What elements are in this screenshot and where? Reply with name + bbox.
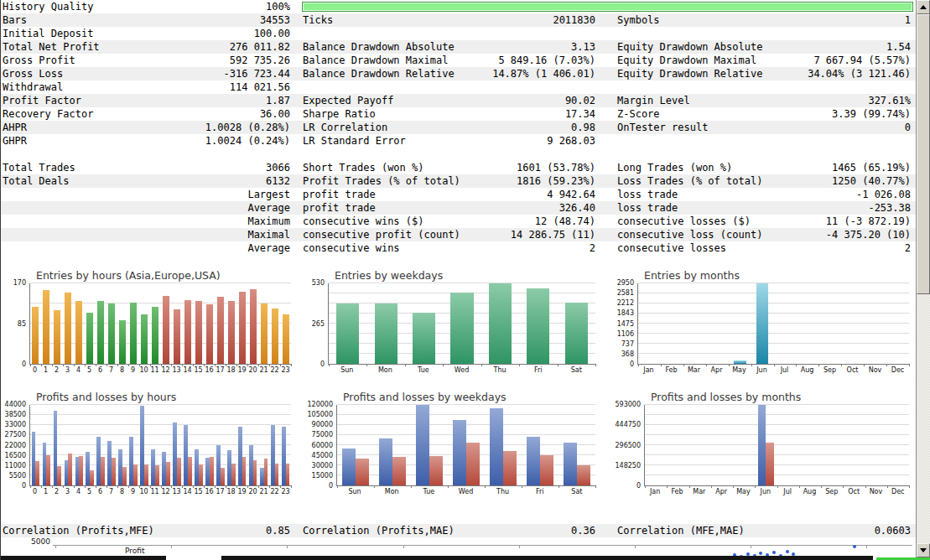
clipped-profit-chart: 5000 Profit xyxy=(1,537,916,560)
stats-row xyxy=(1,148,916,161)
gridline xyxy=(638,343,909,344)
stat-label: Equity Drawdown Relative xyxy=(617,68,762,80)
x-axis-labels: SunMonTueWedThuFriSat xyxy=(336,486,595,495)
loss-bar xyxy=(166,462,170,485)
x-tick xyxy=(559,485,559,488)
chart-pl-by-hours: Profits and losses by hours0550011000165… xyxy=(1,388,296,506)
stat-value: 0.98 xyxy=(571,122,595,133)
x-tick xyxy=(171,364,172,366)
x-tick xyxy=(215,364,216,366)
x-tick xyxy=(729,364,730,366)
x-tick-label: 23 xyxy=(280,366,291,374)
scroll-up-button[interactable] xyxy=(917,0,930,14)
x-tick-label: Mar xyxy=(688,488,710,495)
y-tick-label: 0 xyxy=(329,483,333,490)
stat-value: 7 667.94 (5.57%) xyxy=(813,54,911,66)
x-tick-label: 2 xyxy=(51,488,62,495)
stat-label: Withdrawal xyxy=(3,81,63,93)
stat-cell: Recovery Factor36.00 xyxy=(1,108,296,120)
x-tick-label: 5 xyxy=(84,488,95,495)
stats-row: Correlation (Profits,MFE)0.85Correlation… xyxy=(1,524,916,537)
chart-body: 0550011000165002200027500330003850044000 xyxy=(4,405,296,486)
x-tick-label: 19 xyxy=(236,366,247,374)
stat-label: consecutive wins xyxy=(303,242,400,254)
x-tick xyxy=(886,364,887,366)
stat-cell: Bars34553 xyxy=(1,14,296,26)
stat-cell: Largest xyxy=(1,189,296,200)
stat-label: Balance Drawdown Absolute xyxy=(303,41,455,53)
stat-value: Maximal xyxy=(247,229,290,241)
x-tick xyxy=(63,364,64,366)
scroll-down-button[interactable] xyxy=(917,543,930,557)
x-tick-label: 20 xyxy=(247,488,258,495)
x-tick-label: Sat xyxy=(557,366,595,374)
x-axis-labels: SunMonTueWedThuFriSat xyxy=(328,365,595,374)
bar xyxy=(97,301,104,364)
x-tick xyxy=(128,485,129,488)
vertical-scrollbar[interactable] xyxy=(916,0,930,560)
bar xyxy=(32,307,39,364)
stat-cell: Balance Drawdown Absolute3.13 xyxy=(296,41,600,53)
x-tick-label: Dec xyxy=(887,488,909,495)
x-tick xyxy=(751,545,751,548)
y-tick-label: 75000 xyxy=(312,432,333,438)
stat-cell: Expected Payoff90.02 xyxy=(296,95,600,106)
gridline xyxy=(30,404,291,405)
bar xyxy=(239,292,246,364)
y-tick-label: 5500 xyxy=(9,473,26,480)
stat-cell: consecutive wins ($)12 (48.74) xyxy=(296,215,600,227)
stat-label: profit trade xyxy=(303,189,376,200)
chart-entries-by-months: Entries by months03687371106147518432212… xyxy=(600,267,914,384)
x-tick-label: 7 xyxy=(106,488,117,495)
y-axis-labels: 0148250296500444750593000 xyxy=(604,405,644,486)
y-tick-label: 22000 xyxy=(5,443,26,449)
profit-bar xyxy=(342,449,356,485)
stat-value: 34553 xyxy=(260,14,290,26)
y-tick-label: 16500 xyxy=(5,453,26,459)
stat-cell: Total Deals6132 xyxy=(1,175,296,187)
x-tick-label: Fri xyxy=(519,366,558,374)
bar xyxy=(217,297,224,364)
stats-row: Gross Profit592 735.26Balance Drawdown M… xyxy=(1,54,916,67)
x-tick-label: 15 xyxy=(193,488,204,495)
loss-bar xyxy=(392,457,406,485)
y-tick-label: 0 xyxy=(630,361,634,368)
x-tick-label: Jul xyxy=(777,488,798,495)
stat-value: 2 xyxy=(905,242,911,254)
x-tick xyxy=(247,364,248,366)
x-tick xyxy=(287,545,288,548)
x-tick-label: 14 xyxy=(182,488,193,495)
stat-label: OnTester result xyxy=(617,122,708,133)
stat-label: Symbols xyxy=(617,14,660,26)
bar xyxy=(527,288,549,364)
stat-cell: Maximal xyxy=(1,229,296,241)
y-tick-label: 2212 xyxy=(617,300,634,307)
scrollbar-thumb[interactable] xyxy=(917,14,930,294)
stat-cell: OnTester result0 xyxy=(600,122,916,133)
y-tick-label: 120000 xyxy=(307,402,333,408)
stat-cell: consecutive wins2 xyxy=(296,242,600,254)
stat-cell: loss trade-253.38 xyxy=(600,202,916,214)
chart-title: Entries by hours (Asia,Europe,USA) xyxy=(36,269,296,283)
y-tick-label: 90000 xyxy=(312,422,333,428)
stat-label: consecutive losses xyxy=(617,242,726,254)
gridline xyxy=(329,283,595,283)
stat-value: 12 (48.74) xyxy=(535,215,595,227)
x-tick xyxy=(171,485,172,488)
stat-label: Profit Factor xyxy=(3,95,81,106)
x-tick-label: Feb xyxy=(660,366,683,374)
x-tick-label: 13 xyxy=(171,488,182,495)
entries-charts-row: Entries by hours (Asia,Europe,USA)085170… xyxy=(1,267,916,384)
stat-value: 36.00 xyxy=(260,108,290,120)
stat-value: 17.34 xyxy=(565,108,595,120)
x-tick xyxy=(799,485,800,488)
stat-cell: Gross Profit592 735.26 xyxy=(1,54,296,66)
bar xyxy=(174,309,180,364)
x-tick-label: 17 xyxy=(215,488,226,495)
x-tick-label: Jun xyxy=(751,366,773,374)
stat-cell: Symbols1 xyxy=(600,14,916,26)
stats-row: Profit Factor1.87Expected Payoff90.02Mar… xyxy=(1,94,916,107)
stat-cell: Long Trades (won %)1465 (65.19%) xyxy=(600,162,916,174)
scroll-down-icon xyxy=(920,548,927,552)
x-tick xyxy=(204,485,205,488)
